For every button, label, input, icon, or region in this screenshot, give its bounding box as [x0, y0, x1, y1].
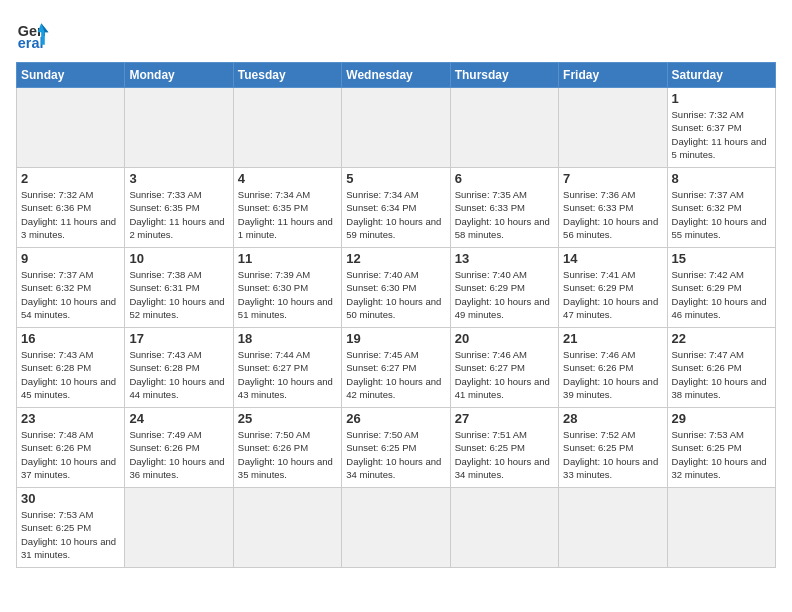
weekday-header-wednesday: Wednesday — [342, 63, 450, 88]
day-number: 8 — [672, 171, 771, 186]
day-number: 26 — [346, 411, 445, 426]
day-number: 17 — [129, 331, 228, 346]
day-number: 15 — [672, 251, 771, 266]
day-info: Sunrise: 7:34 AM Sunset: 6:34 PM Dayligh… — [346, 188, 445, 241]
weekday-header-tuesday: Tuesday — [233, 63, 341, 88]
day-info: Sunrise: 7:51 AM Sunset: 6:25 PM Dayligh… — [455, 428, 554, 481]
logo-icon: Gen eral — [16, 16, 52, 52]
calendar-cell — [342, 88, 450, 168]
day-info: Sunrise: 7:52 AM Sunset: 6:25 PM Dayligh… — [563, 428, 662, 481]
day-info: Sunrise: 7:44 AM Sunset: 6:27 PM Dayligh… — [238, 348, 337, 401]
day-info: Sunrise: 7:40 AM Sunset: 6:29 PM Dayligh… — [455, 268, 554, 321]
calendar-cell: 12Sunrise: 7:40 AM Sunset: 6:30 PM Dayli… — [342, 248, 450, 328]
day-info: Sunrise: 7:34 AM Sunset: 6:35 PM Dayligh… — [238, 188, 337, 241]
calendar-cell: 1Sunrise: 7:32 AM Sunset: 6:37 PM Daylig… — [667, 88, 775, 168]
day-info: Sunrise: 7:37 AM Sunset: 6:32 PM Dayligh… — [672, 188, 771, 241]
day-info: Sunrise: 7:37 AM Sunset: 6:32 PM Dayligh… — [21, 268, 120, 321]
day-number: 23 — [21, 411, 120, 426]
day-number: 16 — [21, 331, 120, 346]
day-number: 3 — [129, 171, 228, 186]
calendar-cell — [667, 488, 775, 568]
calendar-cell: 16Sunrise: 7:43 AM Sunset: 6:28 PM Dayli… — [17, 328, 125, 408]
page-header: Gen eral — [16, 16, 776, 52]
calendar-cell — [450, 488, 558, 568]
calendar-cell: 18Sunrise: 7:44 AM Sunset: 6:27 PM Dayli… — [233, 328, 341, 408]
day-number: 28 — [563, 411, 662, 426]
calendar-cell: 27Sunrise: 7:51 AM Sunset: 6:25 PM Dayli… — [450, 408, 558, 488]
calendar-cell: 11Sunrise: 7:39 AM Sunset: 6:30 PM Dayli… — [233, 248, 341, 328]
calendar-cell: 25Sunrise: 7:50 AM Sunset: 6:26 PM Dayli… — [233, 408, 341, 488]
day-number: 19 — [346, 331, 445, 346]
calendar-cell — [125, 88, 233, 168]
weekday-header-saturday: Saturday — [667, 63, 775, 88]
day-number: 14 — [563, 251, 662, 266]
day-number: 12 — [346, 251, 445, 266]
day-number: 25 — [238, 411, 337, 426]
day-info: Sunrise: 7:50 AM Sunset: 6:25 PM Dayligh… — [346, 428, 445, 481]
day-number: 11 — [238, 251, 337, 266]
calendar-cell: 7Sunrise: 7:36 AM Sunset: 6:33 PM Daylig… — [559, 168, 667, 248]
calendar-cell: 9Sunrise: 7:37 AM Sunset: 6:32 PM Daylig… — [17, 248, 125, 328]
calendar-cell — [342, 488, 450, 568]
calendar-cell: 14Sunrise: 7:41 AM Sunset: 6:29 PM Dayli… — [559, 248, 667, 328]
day-info: Sunrise: 7:46 AM Sunset: 6:27 PM Dayligh… — [455, 348, 554, 401]
day-info: Sunrise: 7:48 AM Sunset: 6:26 PM Dayligh… — [21, 428, 120, 481]
calendar-cell: 28Sunrise: 7:52 AM Sunset: 6:25 PM Dayli… — [559, 408, 667, 488]
day-number: 10 — [129, 251, 228, 266]
day-number: 6 — [455, 171, 554, 186]
calendar-cell: 15Sunrise: 7:42 AM Sunset: 6:29 PM Dayli… — [667, 248, 775, 328]
calendar-cell: 8Sunrise: 7:37 AM Sunset: 6:32 PM Daylig… — [667, 168, 775, 248]
svg-text:eral: eral — [18, 35, 44, 51]
day-info: Sunrise: 7:40 AM Sunset: 6:30 PM Dayligh… — [346, 268, 445, 321]
day-info: Sunrise: 7:50 AM Sunset: 6:26 PM Dayligh… — [238, 428, 337, 481]
calendar-cell: 26Sunrise: 7:50 AM Sunset: 6:25 PM Dayli… — [342, 408, 450, 488]
calendar-cell: 22Sunrise: 7:47 AM Sunset: 6:26 PM Dayli… — [667, 328, 775, 408]
calendar-cell — [17, 88, 125, 168]
calendar-table: SundayMondayTuesdayWednesdayThursdayFrid… — [16, 62, 776, 568]
day-number: 29 — [672, 411, 771, 426]
calendar-cell: 3Sunrise: 7:33 AM Sunset: 6:35 PM Daylig… — [125, 168, 233, 248]
day-number: 9 — [21, 251, 120, 266]
weekday-header-thursday: Thursday — [450, 63, 558, 88]
day-number: 27 — [455, 411, 554, 426]
day-info: Sunrise: 7:38 AM Sunset: 6:31 PM Dayligh… — [129, 268, 228, 321]
calendar-cell — [125, 488, 233, 568]
calendar-cell: 5Sunrise: 7:34 AM Sunset: 6:34 PM Daylig… — [342, 168, 450, 248]
calendar-cell: 6Sunrise: 7:35 AM Sunset: 6:33 PM Daylig… — [450, 168, 558, 248]
day-number: 4 — [238, 171, 337, 186]
weekday-header-friday: Friday — [559, 63, 667, 88]
calendar-cell: 10Sunrise: 7:38 AM Sunset: 6:31 PM Dayli… — [125, 248, 233, 328]
day-info: Sunrise: 7:36 AM Sunset: 6:33 PM Dayligh… — [563, 188, 662, 241]
day-info: Sunrise: 7:53 AM Sunset: 6:25 PM Dayligh… — [21, 508, 120, 561]
day-number: 30 — [21, 491, 120, 506]
day-number: 5 — [346, 171, 445, 186]
calendar-cell: 30Sunrise: 7:53 AM Sunset: 6:25 PM Dayli… — [17, 488, 125, 568]
calendar-cell: 2Sunrise: 7:32 AM Sunset: 6:36 PM Daylig… — [17, 168, 125, 248]
day-number: 2 — [21, 171, 120, 186]
day-info: Sunrise: 7:39 AM Sunset: 6:30 PM Dayligh… — [238, 268, 337, 321]
day-info: Sunrise: 7:41 AM Sunset: 6:29 PM Dayligh… — [563, 268, 662, 321]
day-info: Sunrise: 7:47 AM Sunset: 6:26 PM Dayligh… — [672, 348, 771, 401]
calendar-cell: 17Sunrise: 7:43 AM Sunset: 6:28 PM Dayli… — [125, 328, 233, 408]
day-info: Sunrise: 7:42 AM Sunset: 6:29 PM Dayligh… — [672, 268, 771, 321]
day-number: 7 — [563, 171, 662, 186]
calendar-cell: 13Sunrise: 7:40 AM Sunset: 6:29 PM Dayli… — [450, 248, 558, 328]
day-info: Sunrise: 7:43 AM Sunset: 6:28 PM Dayligh… — [129, 348, 228, 401]
weekday-header-monday: Monday — [125, 63, 233, 88]
day-number: 24 — [129, 411, 228, 426]
day-info: Sunrise: 7:45 AM Sunset: 6:27 PM Dayligh… — [346, 348, 445, 401]
day-info: Sunrise: 7:32 AM Sunset: 6:36 PM Dayligh… — [21, 188, 120, 241]
day-number: 13 — [455, 251, 554, 266]
calendar-cell — [559, 88, 667, 168]
day-info: Sunrise: 7:32 AM Sunset: 6:37 PM Dayligh… — [672, 108, 771, 161]
calendar-cell: 4Sunrise: 7:34 AM Sunset: 6:35 PM Daylig… — [233, 168, 341, 248]
day-number: 22 — [672, 331, 771, 346]
logo: Gen eral — [16, 16, 56, 52]
day-number: 21 — [563, 331, 662, 346]
day-info: Sunrise: 7:53 AM Sunset: 6:25 PM Dayligh… — [672, 428, 771, 481]
calendar-cell — [559, 488, 667, 568]
calendar-cell: 19Sunrise: 7:45 AM Sunset: 6:27 PM Dayli… — [342, 328, 450, 408]
calendar-cell: 29Sunrise: 7:53 AM Sunset: 6:25 PM Dayli… — [667, 408, 775, 488]
day-number: 1 — [672, 91, 771, 106]
calendar-cell: 20Sunrise: 7:46 AM Sunset: 6:27 PM Dayli… — [450, 328, 558, 408]
